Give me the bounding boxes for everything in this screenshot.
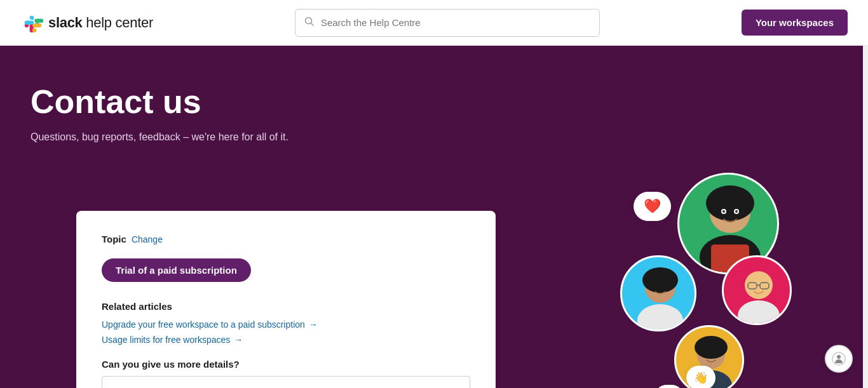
topic-label: Topic <box>102 234 126 244</box>
related-articles-title: Related articles <box>102 301 470 312</box>
svg-point-22 <box>837 355 841 359</box>
more-details-label: Can you give us more details? <box>102 359 470 370</box>
more-details-textarea[interactable] <box>102 376 470 388</box>
hand-wave-bubble: 👋 <box>686 366 715 388</box>
logo-area: slack help center <box>20 11 153 34</box>
svg-point-14 <box>738 300 780 325</box>
heart-bubble: ❤️ <box>634 192 671 221</box>
search-icon <box>304 17 315 29</box>
svg-point-8 <box>735 210 738 213</box>
contact-card: Topic Change Trial of a paid subscriptio… <box>76 211 496 388</box>
article-link-upgrade[interactable]: Upgrade your free workspace to a paid su… <box>102 319 470 330</box>
svg-point-7 <box>722 210 725 213</box>
topic-badge: Trial of a paid subscription <box>102 258 251 282</box>
hand-wave-emoji: 👋 <box>694 371 708 384</box>
main-area: Topic Change Trial of a paid subscriptio… <box>0 211 868 388</box>
svg-point-12 <box>642 267 678 293</box>
slack-logo-icon <box>20 11 43 34</box>
svg-point-11 <box>637 304 683 331</box>
header: slack help center Your workspaces <box>0 0 868 46</box>
search-input[interactable] <box>321 17 590 28</box>
beer-bubble: 🍻 <box>654 385 684 388</box>
decorative-area: ❤️ <box>496 211 868 388</box>
logo-text: slack help center <box>48 15 153 31</box>
avatar-medium-right <box>722 255 792 325</box>
topic-row: Topic Change <box>102 234 470 244</box>
heart-emoji: ❤️ <box>644 198 661 215</box>
your-workspaces-button[interactable]: Your workspaces <box>742 10 848 36</box>
avatar-person-red-icon <box>724 257 792 325</box>
search-bar[interactable] <box>295 9 600 37</box>
hero-subtitle: Questions, bug reports, feedback – we're… <box>31 131 837 143</box>
svg-line-1 <box>311 23 313 25</box>
hero-title: Contact us <box>31 84 837 120</box>
scrollbar[interactable] <box>863 0 868 388</box>
avatar-medium-left <box>620 255 696 331</box>
article-link-usage[interactable]: Usage limits for free workspaces → <box>102 335 470 345</box>
support-icon[interactable] <box>825 345 853 373</box>
avatar-person-blue-icon <box>622 257 696 331</box>
svg-point-4 <box>706 185 754 221</box>
svg-point-20 <box>695 336 728 359</box>
topic-change-link[interactable]: Change <box>132 234 163 244</box>
